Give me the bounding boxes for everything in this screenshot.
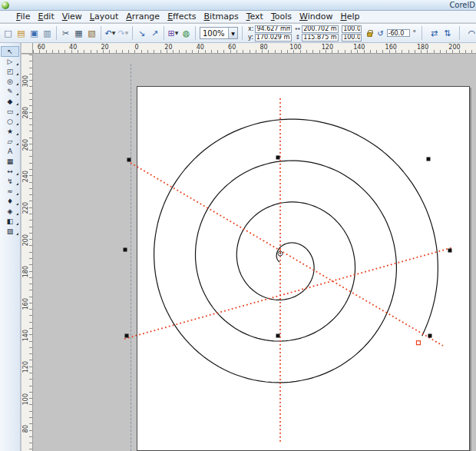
menu-edit[interactable]: Edit [34, 11, 58, 22]
zoom-tool[interactable]: ◎ [2, 77, 18, 86]
horizontal-ruler[interactable]: 604020020406080100120140160180200 [33, 43, 476, 54]
menu-arrange[interactable]: Arrange [122, 11, 164, 22]
save-icon: ▣ [30, 29, 38, 38]
ruler-label: 200 [448, 44, 460, 51]
new-document-icon: □ [4, 29, 12, 38]
scale-vertical-input[interactable] [342, 34, 362, 41]
toolbar-separator [459, 26, 460, 40]
application-launcher-button[interactable]: ⊞▼ [167, 26, 180, 40]
export-button[interactable]: ↗ [148, 26, 161, 40]
convert-to-curves-button[interactable]: ◠ [465, 26, 476, 40]
ruler-label: 180 [22, 266, 29, 277]
export-icon: ↗ [151, 29, 158, 38]
blend-tool[interactable]: ≈ [2, 187, 18, 196]
undo-icon: ↶ [105, 29, 112, 38]
import-icon: ↘ [138, 29, 145, 38]
polygon-tool[interactable]: ★ [2, 127, 18, 136]
undo-button[interactable]: ↶▼ [104, 26, 117, 40]
toolbar-separator [56, 26, 57, 40]
rotation-angle-input[interactable] [387, 29, 410, 37]
open-button[interactable]: ▤ [15, 26, 28, 40]
dimension-tool[interactable]: ↔ [2, 167, 18, 176]
mirror-horizontal-button[interactable]: ⇄ [428, 26, 441, 40]
mirror-vertical-button[interactable]: ⇅ [441, 26, 454, 40]
outline-pen-tool[interactable]: ◈ [2, 207, 18, 216]
menu-effects[interactable]: Effects [164, 11, 200, 22]
mirror-horizontal-icon: ⇄ [431, 29, 438, 38]
vertical-ruler[interactable]: 30028026024022020018016014012010080 [21, 55, 33, 451]
copy-button[interactable]: ▦ [72, 26, 85, 40]
corel-online-button[interactable]: ◍ [180, 26, 193, 40]
object-height-icon: ↕ [295, 34, 300, 41]
mirror-vertical-icon: ⇅ [444, 29, 451, 38]
interactive-fill-tool[interactable]: ▨ [2, 227, 18, 236]
rectangle-tool[interactable]: ▭ [2, 107, 18, 116]
scale-horizontal-input[interactable] [342, 25, 362, 33]
ruler-label: 240 [22, 171, 29, 182]
chevron-down-icon[interactable]: ▼ [112, 31, 116, 35]
ruler-label: 160 [385, 44, 397, 51]
save-button[interactable]: ▣ [28, 26, 41, 40]
fill-tool[interactable]: ◧ [2, 217, 18, 226]
copy-icon: ▦ [74, 29, 82, 38]
ellipse-tool[interactable]: ○ [2, 117, 18, 126]
x-position-label: x: [248, 25, 253, 32]
shape-tool[interactable]: ▷ [2, 57, 18, 66]
ruler-label: 40 [69, 44, 77, 51]
ruler-label: 80 [260, 44, 268, 51]
connector-tool[interactable]: ↯ [2, 177, 18, 186]
degree-symbol: ° [413, 29, 417, 37]
selection-handle[interactable] [125, 334, 129, 338]
menu-layout[interactable]: Layout [86, 11, 122, 22]
lock-ratio-button[interactable] [365, 25, 374, 41]
menu-help[interactable]: Help [336, 11, 363, 22]
chevron-down-icon[interactable]: ▼ [228, 28, 237, 38]
menu-bitmaps[interactable]: Bitmaps [200, 11, 243, 22]
object-width-input[interactable] [302, 25, 339, 33]
menu-window[interactable]: Window [296, 11, 336, 22]
basic-shapes-tool[interactable]: ▱ [2, 137, 18, 146]
page[interactable] [137, 86, 470, 451]
freehand-tool[interactable]: ✎ [2, 87, 18, 96]
ruler-label: 20 [164, 44, 172, 51]
menu-tools[interactable]: Tools [267, 11, 296, 22]
app-icon [2, 2, 9, 9]
eyedropper-tool[interactable]: ♦ [2, 197, 18, 206]
y-position-input[interactable] [255, 34, 292, 41]
menu-file[interactable]: File [12, 11, 34, 22]
redo-button[interactable]: ↷▼ [117, 26, 130, 40]
table-tool[interactable]: ▦ [2, 157, 18, 166]
application-launcher-icon: ⊞ [168, 29, 175, 38]
chevron-down-icon[interactable]: ▼ [125, 31, 129, 35]
print-button[interactable]: ▥ [41, 26, 54, 40]
ruler-origin[interactable] [21, 43, 33, 54]
ruler-label: 160 [22, 298, 29, 310]
cut-button[interactable]: ✂ [59, 26, 72, 40]
open-icon: ▤ [17, 29, 25, 38]
scale-fields [342, 25, 362, 41]
x-position-input[interactable] [255, 25, 292, 33]
mirror-buttons-group: ⇄⇅ [428, 26, 454, 40]
chevron-down-icon[interactable]: ▼ [175, 31, 179, 35]
pick-tool[interactable]: ↖ [2, 47, 18, 56]
ruler-label: 60 [38, 44, 45, 51]
selection-handle[interactable] [124, 248, 127, 252]
corel-online-icon: ◍ [183, 29, 190, 38]
ruler-label: 20 [101, 44, 109, 51]
text-tool[interactable]: A [2, 147, 18, 156]
crop-tool[interactable]: ◰ [2, 67, 18, 76]
object-width-icon: ↔ [295, 25, 300, 32]
menu-text[interactable]: Text [243, 11, 267, 22]
import-button[interactable]: ↘ [135, 26, 148, 40]
paste-button[interactable]: ▧ [85, 26, 98, 40]
cut-icon: ✂ [62, 29, 69, 38]
toolbar-separator [101, 26, 101, 40]
object-height-input[interactable] [302, 34, 339, 41]
ruler-label: 100 [22, 393, 29, 405]
menu-view[interactable]: View [58, 11, 86, 22]
new-document-button[interactable]: □ [2, 26, 15, 40]
smart-fill-tool[interactable]: ◆ [2, 97, 18, 106]
drawing-canvas[interactable] [33, 55, 476, 451]
zoom-level-combobox[interactable]: 100% ▼ [200, 27, 238, 39]
ruler-label: 60 [228, 44, 236, 51]
